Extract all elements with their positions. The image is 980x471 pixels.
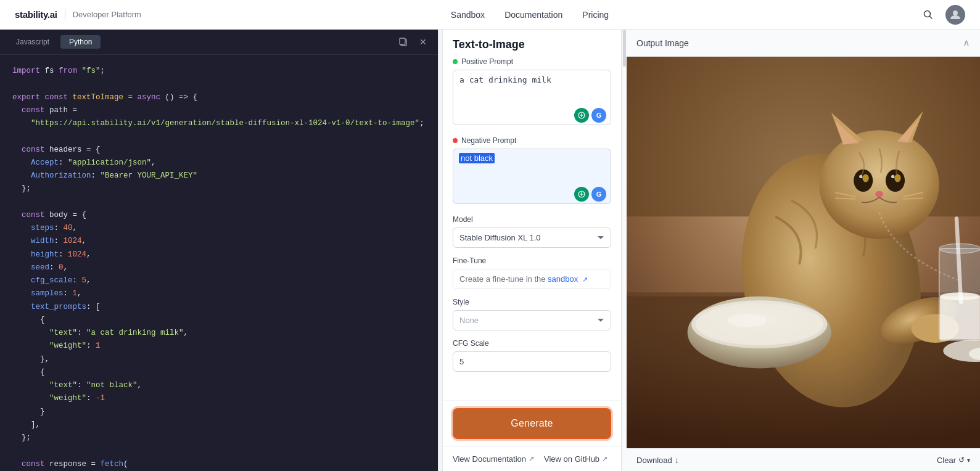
main: Javascript Python ✕ import fs from "fs";… xyxy=(0,30,980,471)
negative-enhance-button[interactable] xyxy=(574,187,589,202)
panel-separator[interactable] xyxy=(438,30,443,471)
nav-sandbox[interactable]: Sandbox xyxy=(451,10,485,20)
code-panel-header: Javascript Python ✕ xyxy=(0,30,438,55)
positive-grammar-button[interactable]: G xyxy=(591,108,606,123)
copy-button[interactable] xyxy=(396,35,411,49)
close-button[interactable]: ✕ xyxy=(416,35,430,49)
tab-javascript[interactable]: Javascript xyxy=(7,35,58,49)
cat-image xyxy=(627,57,980,448)
avatar-icon xyxy=(949,9,961,21)
svg-line-25 xyxy=(835,198,855,199)
enhance-icon xyxy=(578,112,585,119)
view-docs-link[interactable]: View Documentation ↗ xyxy=(453,454,534,464)
header-divider xyxy=(65,9,65,20)
code-panel-actions: ✕ xyxy=(396,35,430,49)
tab-python[interactable]: Python xyxy=(60,35,101,49)
clear-label: Clear xyxy=(937,456,956,465)
avatar[interactable] xyxy=(945,5,965,25)
cfg-scale-section: CFG Scale 5 xyxy=(453,339,611,372)
svg-point-21 xyxy=(859,175,862,178)
header-platform: Developer Platform xyxy=(73,10,141,19)
search-icon xyxy=(923,10,933,20)
download-area[interactable]: Download ↓ xyxy=(636,455,679,465)
controls-footer: View Documentation ↗ View on GitHub ↗ xyxy=(443,446,621,471)
svg-point-19 xyxy=(862,174,868,182)
header-left: stability.ai Developer Platform xyxy=(15,9,141,20)
svg-line-1 xyxy=(930,16,933,18)
svg-point-22 xyxy=(891,175,894,178)
style-label: Style xyxy=(453,298,611,306)
output-panel: Output Image ∧ xyxy=(627,30,980,471)
page-title: Text-to-Image xyxy=(453,38,611,51)
svg-point-20 xyxy=(894,174,900,182)
fine-tune-sandbox-link[interactable]: sandbox xyxy=(548,274,578,284)
model-select[interactable]: Stable Diffusion XL 1.0 Stable Diffusion… xyxy=(453,227,611,248)
svg-rect-4 xyxy=(400,38,405,44)
collapse-icon[interactable]: ∧ xyxy=(963,37,970,49)
style-select[interactable]: None Enhance Anime Photographic xyxy=(453,310,611,330)
scroll-track xyxy=(622,30,627,471)
external-link-github-icon: ↗ xyxy=(602,455,607,463)
negative-prompt-label: Negative Prompt xyxy=(453,136,611,145)
search-button[interactable] xyxy=(918,5,938,25)
download-label: Download xyxy=(636,456,672,465)
copy-icon xyxy=(398,37,408,47)
negative-prompt-section: Negative Prompt <span class="selected-te… xyxy=(453,136,611,207)
cfg-scale-label: CFG Scale xyxy=(453,339,611,348)
code-editor: import fs from "fs"; export const textTo… xyxy=(0,55,438,471)
cat-scene-svg xyxy=(627,57,980,448)
fine-tune-section: Fine-Tune Create a fine-tune in the sand… xyxy=(453,256,611,289)
rotate-icon: ↺ xyxy=(958,456,965,464)
positive-dot xyxy=(453,59,458,64)
negative-prompt-wrapper: <span class="selected-text">not black</s… xyxy=(453,149,611,207)
download-icon: ↓ xyxy=(675,455,679,465)
controls-header: Text-to-Image xyxy=(443,30,621,57)
cfg-scale-input[interactable]: 5 xyxy=(453,351,611,372)
external-link-icon: ↗ xyxy=(582,276,588,283)
output-title: Output Image xyxy=(636,38,689,48)
output-header: Output Image ∧ xyxy=(627,30,980,57)
negative-prompt-icons: G xyxy=(574,187,606,202)
svg-point-12 xyxy=(819,130,939,239)
code-panel: Javascript Python ✕ import fs from "fs";… xyxy=(0,30,438,471)
view-github-link[interactable]: View on GitHub ↗ xyxy=(544,454,607,464)
nav-documentation[interactable]: Documentation xyxy=(504,10,562,20)
negative-dot xyxy=(453,138,458,143)
header-icons xyxy=(918,5,965,25)
generate-area: Generate xyxy=(443,400,621,446)
scroll-indicator[interactable] xyxy=(622,30,627,471)
positive-prompt-wrapper: a cat drinking milk G xyxy=(453,70,611,128)
header: stability.ai Developer Platform Sandbox … xyxy=(0,0,980,30)
code-tabs: Javascript Python xyxy=(7,35,101,49)
right-panel: Text-to-Image Positive Prompt a cat drin… xyxy=(443,30,980,471)
enhance-icon-neg xyxy=(578,190,585,198)
chevron-down-icon: ▾ xyxy=(967,457,970,464)
nav-pricing[interactable]: Pricing xyxy=(582,10,609,20)
style-section: Style None Enhance Anime Photographic xyxy=(453,298,611,330)
negative-grammar-button[interactable]: G xyxy=(591,187,606,202)
positive-prompt-label: Positive Prompt xyxy=(453,57,611,66)
controls-panel: Text-to-Image Positive Prompt a cat drin… xyxy=(443,30,622,471)
external-link-docs-icon: ↗ xyxy=(529,455,534,463)
positive-prompt-section: Positive Prompt a cat drinking milk G xyxy=(453,57,611,128)
positive-enhance-button[interactable] xyxy=(574,108,589,123)
output-image-area xyxy=(627,57,980,448)
fine-tune-text: Create a fine-tune in the sandbox ↗ xyxy=(453,269,611,289)
svg-point-33 xyxy=(727,314,767,327)
header-nav: Sandbox Documentation Pricing xyxy=(451,10,609,20)
svg-point-23 xyxy=(875,191,883,197)
model-section: Model Stable Diffusion XL 1.0 Stable Dif… xyxy=(453,215,611,248)
output-footer: Download ↓ Clear ↺ ▾ xyxy=(627,448,980,471)
logo: stability.ai xyxy=(15,9,57,20)
generate-button[interactable]: Generate xyxy=(453,408,611,439)
svg-point-2 xyxy=(953,10,958,15)
model-label: Model xyxy=(453,215,611,224)
scroll-thumb[interactable] xyxy=(623,30,626,67)
controls-body: Positive Prompt a cat drinking milk G xyxy=(443,57,621,400)
fine-tune-label: Fine-Tune xyxy=(453,256,611,265)
svg-line-27 xyxy=(903,198,923,199)
clear-area[interactable]: Clear ↺ ▾ xyxy=(937,456,970,465)
positive-prompt-icons: G xyxy=(574,108,606,123)
